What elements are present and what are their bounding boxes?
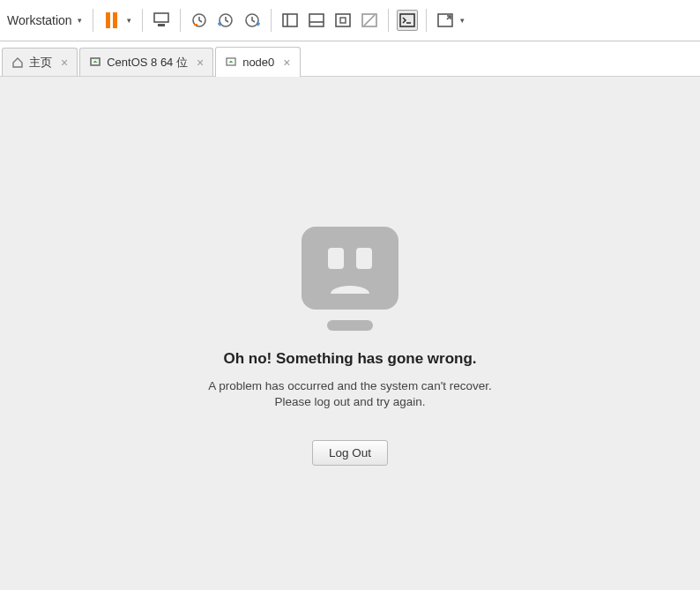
console-button[interactable]: [397, 10, 418, 31]
no-view-icon: [361, 13, 377, 27]
tab-bar: 主页 × CentOS 8 64 位 × node0 ×: [0, 41, 700, 77]
snapshot-button[interactable]: [151, 10, 172, 31]
error-message-line1: A problem has occurred and the system ca…: [208, 378, 492, 394]
svg-line-12: [364, 15, 375, 26]
svg-rect-9: [336, 14, 350, 26]
view-disabled-button[interactable]: [359, 10, 380, 31]
error-title: Oh no! Something has gone wrong.: [223, 350, 476, 368]
clock-forward-icon: [244, 12, 260, 28]
split-view-icon: [282, 13, 298, 27]
svg-rect-5: [283, 14, 297, 26]
tab-label: 主页: [29, 55, 52, 71]
snapshot-icon: [153, 12, 170, 28]
pause-button[interactable]: [101, 10, 123, 31]
toolbar-separator: [93, 9, 93, 32]
tab-label: node0: [242, 56, 274, 69]
home-icon: [11, 56, 24, 69]
main-toolbar: Workstation ▾ ▾: [0, 0, 700, 41]
sad-face-body: [327, 320, 373, 331]
vm-console-content: Oh no! Something has gone wrong. A probl…: [0, 77, 700, 590]
clock-back-icon: [218, 12, 234, 28]
focus-icon: [335, 13, 351, 27]
chevron-down-icon[interactable]: ▾: [458, 16, 470, 25]
view-split-button[interactable]: [279, 10, 301, 31]
tab-centos[interactable]: CentOS 8 64 位 ×: [79, 48, 213, 76]
chevron-down-icon[interactable]: ▾: [125, 16, 137, 25]
svg-rect-10: [340, 18, 346, 23]
view-bottom-button[interactable]: [306, 10, 327, 31]
tab-label: CentOS 8 64 位: [107, 55, 188, 71]
clock-icon: [191, 12, 207, 28]
svg-rect-1: [158, 24, 165, 26]
logout-button[interactable]: Log Out: [312, 440, 388, 466]
vm-icon: [225, 56, 237, 69]
toolbar-separator: [426, 9, 427, 32]
bottom-panel-icon: [309, 13, 324, 27]
toolbar-separator: [388, 9, 389, 32]
tab-home[interactable]: 主页 ×: [2, 48, 78, 76]
svg-rect-7: [309, 14, 324, 26]
fullscreen-icon: [437, 13, 453, 27]
chevron-down-icon[interactable]: ▾: [76, 16, 87, 25]
toolbar-separator: [142, 9, 143, 32]
sad-face-icon: [302, 227, 398, 310]
console-icon: [399, 13, 415, 27]
close-icon[interactable]: ×: [283, 56, 290, 70]
svg-rect-0: [154, 13, 168, 22]
tab-node0[interactable]: node0 ×: [215, 47, 300, 77]
clock-button-2[interactable]: [215, 10, 236, 31]
close-icon[interactable]: ×: [61, 56, 68, 70]
vm-icon: [89, 56, 101, 69]
toolbar-separator: [271, 9, 272, 32]
clock-button-1[interactable]: [189, 10, 210, 31]
error-message-line2: Please log out and try again.: [274, 394, 425, 410]
view-focus-button[interactable]: [332, 10, 354, 31]
workstation-menu-label[interactable]: Workstation: [4, 13, 76, 27]
svg-rect-13: [400, 14, 414, 26]
toolbar-separator: [180, 9, 181, 32]
pause-icon: [106, 12, 117, 28]
clock-button-3[interactable]: [242, 10, 263, 31]
close-icon[interactable]: ×: [197, 56, 204, 70]
fullscreen-button[interactable]: [435, 10, 456, 31]
